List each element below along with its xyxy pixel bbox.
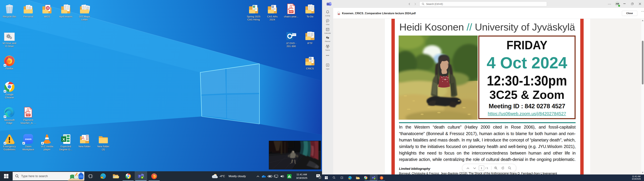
svg-text:T: T: [139, 175, 140, 178]
svg-text:X: X: [62, 137, 65, 142]
svg-text:W: W: [272, 6, 274, 8]
svg-text:2: 2: [319, 176, 320, 178]
svg-text:zoom: zoom: [25, 138, 31, 140]
svg-text:T: T: [328, 3, 329, 5]
svg-text:T: T: [372, 177, 373, 179]
svg-text:PDF: PDF: [289, 10, 293, 12]
svg-text:W: W: [310, 58, 311, 60]
svg-text:PDF: PDF: [26, 114, 30, 116]
svg-text:X: X: [254, 6, 255, 8]
